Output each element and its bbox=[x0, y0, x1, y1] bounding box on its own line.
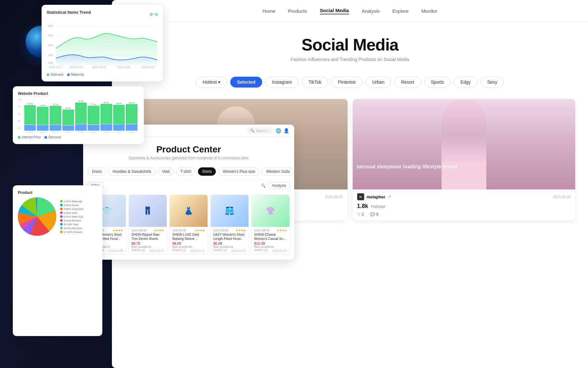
tab-sexy[interactable]: Sexy bbox=[481, 77, 504, 88]
filter-tabs-container: Hottest ▾ Selected Instagram TikTok Pint… bbox=[112, 72, 588, 93]
tab-tiktok[interactable]: TikTok bbox=[302, 77, 328, 88]
nav-products[interactable]: Products bbox=[288, 8, 307, 14]
svg-text:2022-10-19: 2022-10-19 bbox=[92, 66, 106, 69]
product-item-2[interactable]: 👖 Sold 408.2k ★★★★ SHEIN Ripped Raw Trim… bbox=[129, 195, 167, 255]
product-name-3: SHEIN LUXE Gold Batwing Sleeve Hidden... bbox=[172, 233, 205, 241]
nav-monitor[interactable]: Monitor bbox=[421, 8, 437, 14]
product-name-4: DAZY Women's Short Length Fitted Hood... bbox=[213, 233, 246, 241]
svg-text:200: 200 bbox=[48, 54, 53, 57]
svg-text:100: 100 bbox=[48, 61, 53, 65]
cat-hoodies[interactable]: Hoodies & Sweatshirts bbox=[108, 167, 155, 176]
card-2-info: M metapher ↗ 2024-05-09 1.8k Follower bbox=[353, 189, 576, 220]
nav-social-media[interactable]: Social Media bbox=[320, 8, 349, 14]
product-price-3: $6.05 bbox=[172, 241, 205, 245]
product-img-4: 🩳 bbox=[211, 195, 248, 227]
svg-text:400: 400 bbox=[48, 34, 53, 37]
w-toggle[interactable]: W bbox=[155, 12, 158, 16]
cat-western[interactable]: Western Suits bbox=[262, 167, 294, 176]
card-2-likes: ♡ 2 bbox=[357, 212, 364, 217]
category-tabs: Dress Hoodies & Sweatshirts Vest T-shirt… bbox=[83, 164, 294, 179]
stat-trend-card: Statistical Items Trend D W 500 400 300 … bbox=[42, 5, 163, 81]
product-price-2: $9.75 bbox=[131, 241, 164, 245]
filter-row: Filter 🔍 Analysis bbox=[83, 179, 294, 192]
tab-hottest[interactable]: Hottest ▾ bbox=[196, 77, 227, 88]
social-card-2[interactable]: sensual sleepwear leading lifestyle bran… bbox=[353, 99, 576, 220]
product-price-4: $6.49 bbox=[213, 241, 246, 245]
product-name-5: SHEIN EZwear Women's Casual Solid Colo..… bbox=[254, 233, 287, 241]
product-img-5: 👚 bbox=[252, 195, 289, 227]
nav-explore[interactable]: Explore bbox=[392, 8, 409, 14]
cat-plus[interactable]: Women's Plus-size bbox=[218, 167, 259, 176]
svg-text:300: 300 bbox=[48, 44, 53, 47]
product-item-4[interactable]: 🩳 Sold 216.6k ★★★★ DAZY Women's Short Le… bbox=[210, 195, 249, 255]
pc-subtitle: Garments & Accessories gathered from hun… bbox=[90, 156, 288, 160]
product-img-3: 👗 bbox=[170, 195, 208, 227]
nav-home[interactable]: Home bbox=[263, 8, 275, 14]
hero-subtitle: Fashion Influencers and Trending Product… bbox=[118, 57, 582, 62]
card-2-comments: 💬 6 bbox=[370, 212, 379, 217]
svg-text:2022-10-18: 2022-10-18 bbox=[69, 66, 83, 69]
product-center-card: Analysis Explore Monitor 🔍 Search... 🌐 👤… bbox=[83, 125, 294, 260]
pie-chart-card: Product 1.07% Maternity 2.55% Denim 3.55… bbox=[13, 185, 102, 336]
bar-legend: Internet Price Discount bbox=[18, 135, 139, 139]
card-2-overlay-text: sensual sleepwear leading lifestyle bran… bbox=[357, 164, 572, 170]
website-product-title: Website Product bbox=[18, 91, 139, 96]
search-icon-small[interactable]: 🔍 bbox=[261, 183, 266, 188]
trend-chart: 500 400 300 200 100 2022-10-17 2022-10-1… bbox=[47, 21, 158, 69]
trend-legend: Swimsuit Maternity bbox=[47, 73, 158, 76]
tab-selected[interactable]: Selected bbox=[230, 77, 262, 88]
pc-title: Product Center bbox=[90, 144, 288, 155]
product-item-5[interactable]: 👚 Sold 109.5k ★★★★ SHEIN EZwear Women's … bbox=[251, 195, 290, 255]
d-toggle[interactable]: D bbox=[150, 12, 153, 16]
stat-card-title: Statistical Items Trend bbox=[47, 10, 91, 15]
analysis-button[interactable]: Analysis bbox=[268, 182, 290, 189]
pie-card-title: Product bbox=[18, 190, 97, 195]
tab-instagram[interactable]: Instagram bbox=[265, 77, 299, 88]
product-name-2: SHEIN Ripped Raw Trim Denim Shorts bbox=[131, 233, 164, 241]
nav-analysis[interactable]: Analysis bbox=[362, 8, 380, 14]
tab-edgy[interactable]: Edgy bbox=[454, 77, 477, 88]
product-grid: 👕 Sold 53.8k ★★★★ DAZY Women's Short Len… bbox=[83, 192, 294, 260]
card-2-link-icon: ↗ bbox=[388, 195, 391, 199]
hero-section: Social Media Fashion Influencers and Tre… bbox=[112, 22, 588, 72]
cat-shirts[interactable]: Shirts bbox=[198, 167, 216, 176]
product-img-2: 👖 bbox=[129, 195, 167, 227]
cat-tshirt[interactable]: T-shirt bbox=[176, 167, 195, 176]
tab-pinterest[interactable]: Pinterest bbox=[331, 77, 362, 88]
tab-sports[interactable]: Sports bbox=[424, 77, 451, 88]
cat-vest[interactable]: Vest bbox=[158, 167, 174, 176]
website-product-card: Website Product 100 80 60 40 20 79.1% 25… bbox=[13, 86, 144, 144]
bar-chart: 79.1% 25.5% 73.6% 23.5% 77.1% bbox=[23, 98, 139, 134]
svg-text:2022-10-20: 2022-10-20 bbox=[117, 66, 130, 69]
main-nav: Home Products Social Media Analysis Expl… bbox=[112, 0, 588, 22]
svg-text:2022-10-17: 2022-10-17 bbox=[49, 66, 63, 69]
hero-title: Social Media bbox=[118, 35, 582, 54]
pie-chart bbox=[18, 197, 56, 236]
svg-text:2022-10-21: 2022-10-21 bbox=[141, 66, 155, 69]
cat-dress[interactable]: Dress bbox=[88, 167, 106, 176]
tab-urban[interactable]: Urban bbox=[365, 77, 391, 88]
tab-resort[interactable]: Resort bbox=[394, 77, 421, 88]
product-item-3[interactable]: 👗 Sold 53.8k ★★★★ SHEIN LUXE Gold Batwin… bbox=[169, 195, 208, 255]
chevron-down-icon: ▾ bbox=[218, 80, 220, 85]
svg-text:500: 500 bbox=[48, 24, 53, 27]
product-price-5: $12.39 bbox=[254, 241, 287, 245]
